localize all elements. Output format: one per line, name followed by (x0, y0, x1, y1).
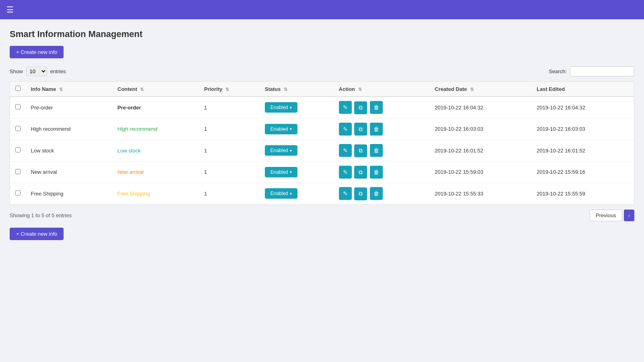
header-last-edited: Last Edited (532, 82, 634, 97)
sort-icon-created-date: ⇅ (470, 87, 474, 92)
main-content: Smart Information Management + Create ne… (0, 19, 644, 258)
header-status[interactable]: Status ⇅ (260, 82, 334, 97)
table-row: High recommend High recommend 1 Enabled … (10, 118, 634, 140)
header-info-name[interactable]: Info Name ⇅ (26, 82, 113, 97)
row-priority-1: 1 (199, 118, 260, 140)
table-controls: Show 10 25 50 100 entries Search: (10, 66, 634, 76)
copy-button-2[interactable]: ⧉ (354, 144, 367, 157)
next-button[interactable]: › (624, 210, 634, 221)
row-content-4: Free Shipping (113, 183, 199, 205)
copy-button-4[interactable]: ⧉ (354, 187, 367, 200)
row-priority-4: 1 (199, 183, 260, 205)
info-table: Info Name ⇅ Content ⇅ Priority ⇅ Status … (10, 81, 634, 205)
row-info-name-0: Pre-order (26, 97, 113, 118)
edit-button-4[interactable]: ✎ (339, 187, 352, 200)
row-status-2: Enabled (260, 140, 334, 162)
show-entries-control: Show 10 25 50 100 entries (10, 67, 66, 76)
hamburger-icon[interactable]: ☰ (6, 5, 14, 14)
create-new-info-top-button[interactable]: + Create new info (10, 46, 64, 58)
delete-button-0[interactable]: 🗑 (370, 101, 383, 114)
row-info-name-2: Low stock (26, 140, 113, 162)
sort-icon-status: ⇅ (284, 87, 287, 92)
edit-button-0[interactable]: ✎ (339, 101, 352, 114)
sort-icon-priority: ⇅ (225, 87, 229, 92)
sort-icon-info-name: ⇅ (59, 87, 63, 92)
table-header-row: Info Name ⇅ Content ⇅ Priority ⇅ Status … (10, 82, 634, 97)
edit-button-1[interactable]: ✎ (339, 123, 352, 136)
row-last-edited-2: 2019-10-22 16:01:52 (532, 140, 634, 162)
row-content-0: Pre-order (113, 97, 199, 118)
row-created-date-2: 2019-10-22 16:01:52 (430, 140, 532, 162)
pagination: Previous › (590, 210, 634, 221)
delete-button-4[interactable]: 🗑 (370, 187, 383, 200)
show-label: Show (10, 68, 23, 74)
row-action-2: ✎ ⧉ 🗑 (334, 140, 430, 162)
header-content[interactable]: Content ⇅ (113, 82, 199, 97)
previous-button[interactable]: Previous (590, 210, 622, 221)
row-created-date-3: 2019-10-22 15:59:03 (430, 161, 532, 183)
sort-icon-action: ⇅ (358, 87, 362, 92)
row-checkbox-cell (10, 140, 26, 162)
row-content-3: New arrival (113, 161, 199, 183)
delete-button-2[interactable]: 🗑 (370, 144, 383, 157)
header-created-date[interactable]: Created Date ⇅ (430, 82, 532, 97)
copy-button-0[interactable]: ⧉ (354, 101, 367, 114)
table-row: Pre-order Pre-order 1 Enabled ✎ ⧉ 🗑 2019… (10, 97, 634, 118)
status-toggle-1[interactable]: Enabled (265, 124, 297, 134)
row-checkbox-2[interactable] (15, 147, 21, 152)
table-row: Free Shipping Free Shipping 1 Enabled ✎ … (10, 183, 634, 205)
page-title: Smart Information Management (10, 29, 634, 39)
sort-icon-content: ⇅ (140, 87, 144, 92)
row-checkbox-0[interactable] (15, 104, 21, 109)
row-info-name-4: Free Shipping (26, 183, 113, 205)
row-last-edited-1: 2019-10-22 16:03:03 (532, 118, 634, 140)
row-last-edited-4: 2019-10-22 15:55:59 (532, 183, 634, 205)
table-row: New arrival New arrival 1 Enabled ✎ ⧉ 🗑 … (10, 161, 634, 183)
copy-button-3[interactable]: ⧉ (354, 166, 367, 179)
create-new-info-bottom-button[interactable]: + Create new info (10, 228, 64, 240)
edit-button-3[interactable]: ✎ (339, 166, 352, 179)
row-status-0: Enabled (260, 97, 334, 118)
table-footer: Showing 1 to 5 of 5 entries Previous › (10, 210, 634, 221)
row-checkbox-3[interactable] (15, 169, 21, 174)
row-status-3: Enabled (260, 161, 334, 183)
row-checkbox-cell (10, 183, 26, 205)
row-checkbox-4[interactable] (15, 190, 21, 195)
row-action-1: ✎ ⧉ 🗑 (334, 118, 430, 140)
row-last-edited-3: 2019-10-22 15:59:16 (532, 161, 634, 183)
row-last-edited-0: 2019-10-22 16:04:32 (532, 97, 634, 118)
row-info-name-1: High recommend (26, 118, 113, 140)
row-action-0: ✎ ⧉ 🗑 (334, 97, 430, 118)
entries-label: entries (50, 68, 66, 74)
delete-button-1[interactable]: 🗑 (370, 123, 383, 136)
delete-button-3[interactable]: 🗑 (370, 166, 383, 179)
header-checkbox-col (10, 82, 26, 97)
row-priority-3: 1 (199, 161, 260, 183)
entries-select[interactable]: 10 25 50 100 (26, 67, 47, 76)
header-action[interactable]: Action ⇅ (334, 82, 430, 97)
row-action-3: ✎ ⧉ 🗑 (334, 161, 430, 183)
row-status-4: Enabled (260, 183, 334, 205)
select-all-checkbox[interactable] (15, 86, 21, 91)
status-toggle-0[interactable]: Enabled (265, 102, 297, 113)
row-checkbox-cell (10, 118, 26, 140)
search-box: Search: (549, 66, 634, 76)
copy-button-1[interactable]: ⧉ (354, 123, 367, 136)
table-row: Low stock Low stock 1 Enabled ✎ ⧉ 🗑 2019… (10, 140, 634, 162)
row-priority-0: 1 (199, 97, 260, 118)
status-toggle-4[interactable]: Enabled (265, 188, 297, 199)
status-toggle-2[interactable]: Enabled (265, 145, 297, 156)
search-input[interactable] (570, 66, 634, 76)
row-status-1: Enabled (260, 118, 334, 140)
search-label: Search: (549, 68, 567, 74)
header-priority[interactable]: Priority ⇅ (199, 82, 260, 97)
status-toggle-3[interactable]: Enabled (265, 167, 297, 177)
row-checkbox-1[interactable] (15, 126, 21, 131)
showing-entries-text: Showing 1 to 5 of 5 entries (10, 212, 72, 218)
row-info-name-3: New arrival (26, 161, 113, 183)
edit-button-2[interactable]: ✎ (339, 144, 352, 157)
row-content-1: High recommend (113, 118, 199, 140)
row-action-4: ✎ ⧉ 🗑 (334, 183, 430, 205)
row-checkbox-cell (10, 97, 26, 118)
row-created-date-0: 2019-10-22 16:04:32 (430, 97, 532, 118)
